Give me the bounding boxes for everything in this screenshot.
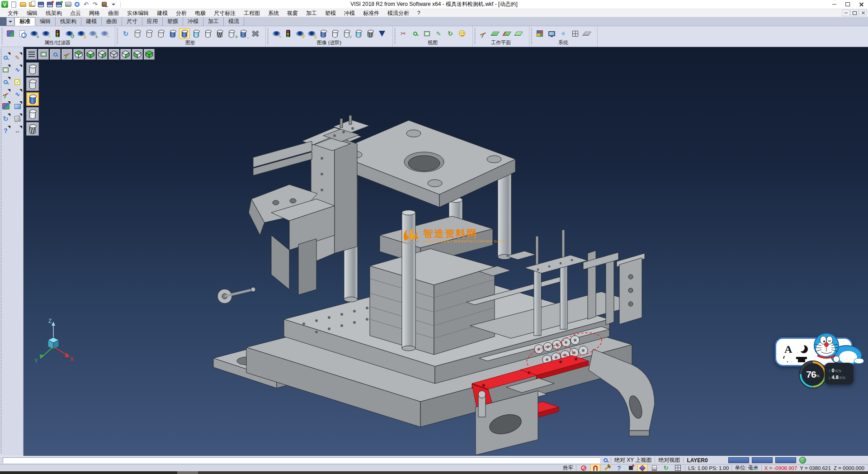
- print-icon[interactable]: [64, 1, 72, 8]
- undo-icon[interactable]: ↶: [82, 1, 90, 8]
- menu-flow-analysis[interactable]: 模流分析: [383, 9, 413, 17]
- menu-file[interactable]: 文件: [4, 9, 23, 17]
- minimize-button[interactable]: [827, 0, 841, 9]
- view-iso-bottom-icon[interactable]: [85, 49, 96, 60]
- adv-verify-icon[interactable]: [342, 28, 352, 38]
- redo-icon[interactable]: ↷: [91, 1, 99, 8]
- adv-flat-icon[interactable]: [330, 28, 340, 38]
- viewport-3d[interactable]: Z X Y: [24, 47, 868, 456]
- regen-graphics-icon[interactable]: ↻: [121, 28, 131, 38]
- adv-traffic-light-icon[interactable]: [283, 28, 293, 38]
- view-orbit-icon[interactable]: ↻: [445, 28, 455, 38]
- view-wireframe-cube-icon[interactable]: [108, 49, 119, 60]
- online-globe-icon[interactable]: [799, 457, 806, 464]
- units-indicator[interactable]: 单位: 毫米: [735, 465, 758, 471]
- mdi-restore-button[interactable]: [850, 9, 859, 16]
- menu-system[interactable]: 系统: [264, 9, 283, 17]
- compare-solids-icon[interactable]: [226, 28, 236, 38]
- shading-wireframe-icon[interactable]: [26, 62, 39, 76]
- menu-surface[interactable]: 曲面: [104, 9, 123, 17]
- toggle-visibility-icon[interactable]: [76, 28, 86, 38]
- tab-edit[interactable]: 编辑: [35, 17, 56, 26]
- active-layer-indicator[interactable]: LAYER0: [687, 457, 708, 464]
- shading-flat-icon[interactable]: [26, 107, 39, 121]
- menu-mold[interactable]: 塑模: [321, 9, 340, 17]
- system-settings-icon[interactable]: ✳: [558, 28, 568, 38]
- snap-point-icon[interactable]: [626, 465, 635, 471]
- translucent-style-icon[interactable]: [191, 28, 201, 38]
- hide-all-icon[interactable]: [99, 28, 109, 38]
- view-smiley-icon[interactable]: [457, 28, 467, 38]
- traffic-light-filter-icon[interactable]: [52, 28, 62, 38]
- view-axis-icon[interactable]: [61, 49, 72, 60]
- flat-style-icon[interactable]: [203, 28, 213, 38]
- page-filter-icon[interactable]: [17, 28, 27, 38]
- menu-modeling[interactable]: 建模: [153, 9, 172, 17]
- adv-toggle-icon[interactable]: [307, 28, 316, 38]
- mdi-close-button[interactable]: [859, 9, 867, 16]
- tab-wireframe[interactable]: 线架构: [56, 17, 81, 26]
- tab-surface[interactable]: 曲面: [102, 17, 122, 26]
- tools-icon[interactable]: [603, 465, 612, 471]
- preview-icon[interactable]: [73, 1, 81, 8]
- selection-box-icon[interactable]: [1, 65, 11, 75]
- save-as-icon[interactable]: [46, 1, 54, 8]
- dashed-hidden-style-icon[interactable]: [156, 28, 166, 38]
- save-all-icon[interactable]: [55, 1, 63, 8]
- tab-die[interactable]: 冲模: [183, 17, 203, 26]
- menu-mesh[interactable]: 网格: [85, 9, 104, 17]
- layer-list-icon[interactable]: [650, 465, 659, 471]
- window-layout-icon[interactable]: [13, 101, 23, 111]
- tab-machining[interactable]: 加工: [203, 17, 224, 26]
- attributes-paint-icon[interactable]: [1, 101, 11, 111]
- view-iso-half-icon[interactable]: [97, 49, 108, 60]
- view-cut-icon[interactable]: ✂: [398, 28, 408, 38]
- workplane-edge-icon[interactable]: [502, 28, 512, 38]
- view-annotate-icon[interactable]: ✎: [434, 28, 443, 38]
- view-reference-indicator[interactable]: 绝对视图: [658, 456, 680, 464]
- menu-help[interactable]: ?: [413, 9, 425, 17]
- graphics-tools-icon[interactable]: [250, 28, 260, 38]
- new-file-icon[interactable]: [10, 1, 18, 8]
- progress-gauge[interactable]: 76 %: [797, 359, 828, 390]
- context-help-icon[interactable]: ?: [614, 465, 623, 471]
- color-swatch[interactable]: [775, 457, 796, 463]
- stamp-tool-icon[interactable]: [100, 1, 108, 8]
- color-swatch[interactable]: [752, 457, 773, 463]
- zoom-select-icon[interactable]: [1, 77, 11, 87]
- tab-standard[interactable]: 标准: [14, 17, 35, 26]
- hatch-style-icon[interactable]: [215, 28, 225, 38]
- confirm-check-icon[interactable]: [13, 77, 23, 87]
- view-left-face-icon[interactable]: [132, 49, 143, 60]
- menu-electrode[interactable]: 电极: [191, 9, 210, 17]
- curve-edit-icon[interactable]: ∿: [13, 89, 23, 99]
- auto-rotate-icon[interactable]: ↻: [661, 465, 670, 471]
- show-all-icon[interactable]: [88, 28, 98, 38]
- view-solid-cube-icon[interactable]: [144, 49, 155, 60]
- attributes-brush-icon[interactable]: [5, 28, 15, 38]
- shading-hatch-icon[interactable]: [26, 122, 39, 136]
- ucs-cube-icon[interactable]: [638, 465, 647, 471]
- view-menu-icon[interactable]: [26, 49, 37, 60]
- menu-drawing[interactable]: 工程图: [240, 9, 264, 17]
- hide-remove-filter-icon[interactable]: [41, 28, 51, 38]
- view-zoom-icon[interactable]: [410, 28, 420, 38]
- menu-machining[interactable]: 加工: [302, 9, 321, 17]
- quick-toolbar-dropdown-icon[interactable]: [109, 1, 117, 8]
- search-icon[interactable]: [604, 458, 608, 462]
- shading-hidden-line-icon[interactable]: [26, 77, 39, 91]
- shaded-style-icon[interactable]: [168, 28, 178, 38]
- menu-analysis[interactable]: 分析: [172, 9, 191, 17]
- lock-toggle[interactable]: 拴牢: [563, 465, 573, 471]
- snap-disable-icon[interactable]: [579, 465, 588, 471]
- workplane-axes-icon[interactable]: [478, 28, 488, 38]
- view-zoom-icon[interactable]: [50, 49, 61, 60]
- mdi-minimize-button[interactable]: [842, 9, 850, 16]
- menu-dimension[interactable]: 尺寸标注: [210, 9, 240, 17]
- tabs-dropdown-icon[interactable]: [6, 17, 14, 26]
- system-monitor-icon[interactable]: [547, 28, 557, 38]
- system-grid-icon[interactable]: [570, 28, 580, 38]
- workplane-align-icon[interactable]: [514, 28, 524, 38]
- menu-window[interactable]: 视窗: [283, 9, 302, 17]
- menu-pointcloud[interactable]: 点云: [66, 9, 85, 17]
